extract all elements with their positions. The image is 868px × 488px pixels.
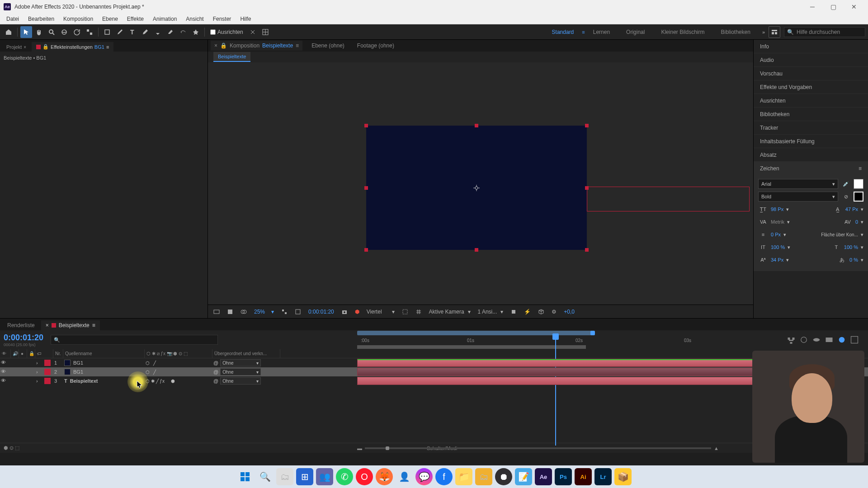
twirl-icon[interactable]: › [36, 369, 38, 375]
resolution-icon[interactable] [279, 309, 289, 315]
lr-icon[interactable]: Lr [594, 468, 612, 485]
renderer-icon[interactable]: ⚙ [550, 309, 558, 315]
project-tab[interactable]: Projekt × [2, 42, 31, 52]
quality-dropdown[interactable]: Viertel ▾ [365, 309, 396, 315]
channel-icon[interactable]: ⬢ [353, 309, 361, 315]
timeline-comp-tab[interactable]: × Beispieltexte ≡ [41, 320, 100, 330]
no-fill-icon[interactable]: ⊘ [841, 192, 851, 202]
workspace-kleiner[interactable]: Kleiner Bildschirm [653, 24, 712, 40]
footage-tab[interactable]: Footage (ohne) [354, 41, 398, 51]
handle-bl[interactable] [364, 248, 368, 252]
workspace-lernen[interactable]: Lernen [585, 24, 618, 40]
panel-info[interactable]: Info [754, 40, 868, 53]
puppet-tool[interactable] [190, 26, 202, 38]
selection-tool[interactable] [20, 26, 32, 38]
panel-bibliotheken[interactable]: Bibliotheken [754, 108, 868, 121]
notepad-icon[interactable]: 📝 [515, 468, 532, 485]
pickwhip-icon[interactable]: @ [213, 378, 218, 384]
panel-zeichen[interactable]: Zeichen ≡ [754, 162, 868, 175]
hscale-value[interactable]: 100 % [844, 244, 858, 250]
playhead-handle[interactable] [552, 333, 559, 340]
shape-tool[interactable] [101, 26, 113, 38]
close-icon[interactable]: × [46, 322, 49, 328]
workspace-reset[interactable] [769, 26, 780, 38]
panel-vorschau[interactable]: Vorschau [754, 67, 868, 80]
clone-tool[interactable] [152, 26, 164, 38]
explorer-icon[interactable]: 🗂 [276, 468, 293, 485]
home-tool[interactable] [3, 26, 14, 38]
label-color[interactable] [44, 369, 51, 375]
pickwhip-icon[interactable]: @ [213, 369, 218, 375]
fill-color-swatch[interactable] [854, 179, 863, 189]
region-icon[interactable] [400, 309, 410, 315]
kerning-value[interactable]: Metrik [771, 219, 784, 225]
panel-absatz[interactable]: Absatz [754, 148, 868, 162]
handle-tl[interactable] [364, 124, 368, 127]
layer-name[interactable]: BG1 [73, 360, 83, 366]
pickwhip-icon[interactable]: @ [213, 360, 218, 366]
orbit-tool[interactable] [58, 26, 70, 38]
snap-tool[interactable] [247, 26, 259, 38]
workspace-bibliotheken[interactable]: Bibliotheken [712, 24, 758, 40]
stroke-color-swatch[interactable] [854, 192, 863, 202]
menu-datei[interactable]: Datei [2, 16, 24, 22]
zoom-out-icon[interactable]: ▬ [357, 446, 362, 451]
panel-menu-icon[interactable]: ≡ [92, 322, 95, 328]
teams-icon[interactable]: 👥 [316, 468, 333, 485]
leading-value[interactable]: 47 Px [845, 206, 858, 212]
text-tool[interactable]: T [127, 26, 138, 38]
handle-tr[interactable] [585, 124, 589, 127]
help-search[interactable]: 🔍 Hilfe durchsuchen [784, 27, 865, 37]
hand-tool[interactable] [33, 26, 45, 38]
minimize-button[interactable]: ─ [802, 0, 823, 14]
composition-viewport[interactable] [208, 62, 753, 305]
eye-icon[interactable]: 👁 [1, 360, 7, 366]
handle-br[interactable] [585, 248, 589, 252]
lock-icon[interactable]: 🔒 [42, 44, 49, 50]
menu-animation[interactable]: Animation [148, 16, 181, 22]
close-icon[interactable]: × [214, 42, 217, 49]
menu-hilfe[interactable]: Hilfe [236, 16, 255, 22]
lock-icon[interactable]: 🔒 [220, 42, 227, 49]
workspace-standard[interactable]: Standard [544, 24, 582, 40]
workspace-original[interactable]: Original [618, 24, 653, 40]
panel-ausrichten[interactable]: Ausrichten [754, 94, 868, 108]
menu-ansicht[interactable]: Ansicht [181, 16, 208, 22]
panel-content-fill[interactable]: Inhaltsbasierte Füllung [754, 135, 868, 148]
align-checkbox[interactable]: Ausrichten [208, 29, 246, 35]
workspace-more-icon[interactable]: » [759, 29, 769, 35]
ps-icon[interactable]: Ps [555, 468, 572, 485]
start-button[interactable] [236, 468, 254, 485]
brush-tool[interactable] [139, 26, 151, 38]
label-color[interactable] [44, 378, 51, 384]
messenger-icon[interactable]: 💬 [415, 468, 433, 485]
stroke-mode[interactable]: Fläche über Kon... [821, 232, 858, 237]
pixel-icon[interactable] [509, 309, 519, 315]
zoom-tool[interactable] [46, 26, 57, 38]
panel-effekte[interactable]: Effekte und Vorgaben [754, 80, 868, 94]
app3-icon[interactable]: 📦 [614, 468, 632, 485]
handle-ml[interactable] [364, 186, 368, 190]
magnification-icon[interactable] [212, 309, 222, 315]
guides-icon[interactable] [293, 309, 303, 315]
baseline-value[interactable]: 34 Px [771, 257, 783, 263]
layer-tab[interactable]: Ebene (ohne) [308, 41, 348, 51]
ai-icon[interactable]: Ai [575, 468, 592, 485]
roto-tool[interactable] [177, 26, 189, 38]
snapshot-icon[interactable] [340, 309, 349, 315]
font-family-dropdown[interactable]: Arial▾ [758, 179, 838, 189]
firefox-icon[interactable]: 🦊 [376, 468, 393, 485]
fast-preview-icon[interactable]: ⚡ [522, 309, 533, 315]
search-button[interactable]: 🔍 [256, 468, 274, 485]
grid-tool[interactable] [259, 26, 271, 38]
menu-fenster[interactable]: Fenster [208, 16, 236, 22]
anchor-point-icon[interactable] [473, 185, 480, 191]
vscale-value[interactable]: 100 % [771, 244, 785, 250]
zoom-handle[interactable] [590, 331, 595, 335]
font-size-value[interactable]: 98 Px [771, 206, 783, 212]
twirl-icon[interactable]: › [36, 378, 38, 384]
timeline-search[interactable]: 🔍 [51, 335, 218, 345]
tsume-value[interactable]: 0 % [849, 257, 858, 263]
maximize-button[interactable]: ▢ [823, 0, 844, 14]
close-icon[interactable]: × [24, 45, 26, 50]
